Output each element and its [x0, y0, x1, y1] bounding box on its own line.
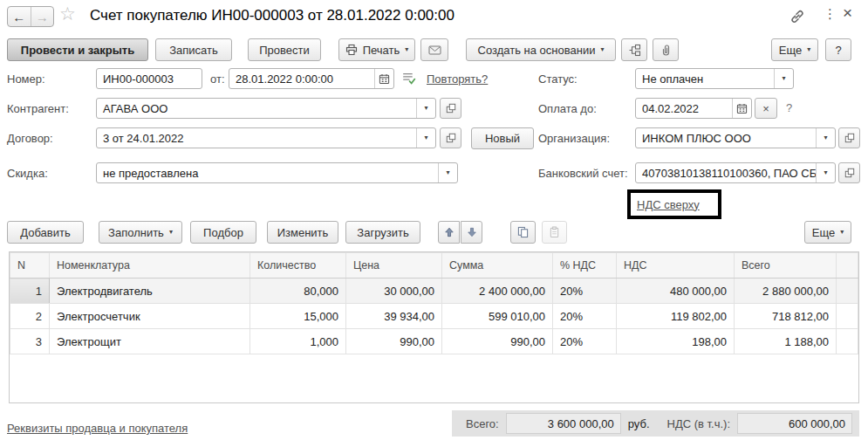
- chevron-down-icon: ▾: [600, 46, 604, 53]
- bank-account-combo[interactable]: 40703810138110100360, ПАО СБ ▾: [635, 162, 836, 183]
- send-email-button[interactable]: [420, 38, 448, 61]
- pay-until-input[interactable]: 04.02.2022: [635, 98, 752, 119]
- total-label: Всего:: [466, 417, 499, 430]
- col-header-n[interactable]: N: [10, 253, 50, 279]
- print-button[interactable]: Печать ▾: [338, 38, 415, 61]
- organization-combo[interactable]: ИНКОМ ПЛЮС ООО ▾: [635, 127, 836, 148]
- chevron-down-icon[interactable]: ▾: [416, 128, 435, 148]
- chevron-down-icon: ▾: [807, 46, 810, 53]
- calendar-icon[interactable]: [374, 69, 393, 88]
- number-label: Номер:: [7, 72, 45, 86]
- post-and-close-button[interactable]: Провести и закрыть: [7, 38, 148, 61]
- close-icon[interactable]: ×: [843, 3, 852, 23]
- status-label: Статус:: [538, 72, 578, 86]
- discount-combo[interactable]: не предоставлена ▾: [96, 162, 458, 183]
- bank-account-open-icon[interactable]: [838, 162, 860, 183]
- counterparty-label: Контрагент:: [7, 102, 69, 115]
- table-row[interactable]: 1 Электродвигатель 80,000 30 000,00 2 40…: [10, 279, 858, 304]
- vat-total-value-field: 600 000,00: [737, 413, 852, 434]
- more-actions-button[interactable]: Еще ▾: [771, 38, 818, 61]
- col-header-vat-percent[interactable]: % НДС: [553, 253, 617, 279]
- chevron-down-icon[interactable]: ▾: [416, 99, 435, 118]
- organization-open-icon[interactable]: [838, 127, 860, 148]
- new-contract-button[interactable]: Новый: [471, 127, 534, 149]
- attachments-button[interactable]: [653, 38, 679, 61]
- help-button[interactable]: ?: [825, 38, 851, 61]
- date-from-label: от:: [210, 72, 225, 86]
- total-value-field: 3 600 000,00: [506, 413, 621, 434]
- col-header-spare: [837, 253, 858, 279]
- currency-label: руб.: [628, 417, 650, 430]
- vat-highlight-box: НДС сверху: [627, 189, 721, 219]
- chevron-down-icon: ▾: [169, 229, 173, 236]
- table-header-row: N Номенклатура Количество Цена Сумма % Н…: [10, 253, 858, 279]
- document-structure-icon: [628, 44, 641, 57]
- window-menu-icon[interactable]: ⋮: [824, 6, 837, 22]
- counterparty-open-icon[interactable]: [440, 98, 461, 119]
- col-header-vat[interactable]: НДС: [617, 253, 735, 279]
- contract-label: Договор:: [7, 132, 53, 145]
- page-title: Счет покупателю ИН00-000003 от 28.01.202…: [90, 7, 455, 24]
- document-date-input[interactable]: 28.01.2022 0:00:00: [229, 68, 394, 89]
- table-more-button[interactable]: Еще ▾: [804, 221, 851, 244]
- move-row-up-button[interactable]: [438, 221, 460, 244]
- pick-button[interactable]: Подбор: [190, 221, 256, 244]
- organization-label: Организация:: [538, 132, 610, 145]
- fill-button[interactable]: Заполнить ▾: [99, 221, 182, 244]
- items-table: N Номенклатура Количество Цена Сумма % Н…: [9, 251, 859, 403]
- post-button[interactable]: Провести: [248, 38, 321, 61]
- seller-buyer-details-link[interactable]: Реквизиты продавца и покупателя: [7, 422, 188, 435]
- repeat-link[interactable]: Повторять?: [427, 72, 488, 86]
- save-button[interactable]: Записать: [155, 38, 232, 61]
- table-row[interactable]: 3 Электрощит 1,000 990,00 990,00 20% 198…: [10, 329, 858, 354]
- pay-until-label: Оплата до:: [538, 102, 597, 115]
- envelope-icon: [428, 45, 441, 56]
- arrow-up-icon: [444, 227, 455, 237]
- paste-rows-button[interactable]: [542, 221, 567, 244]
- status-combo[interactable]: Не оплачен ▾: [635, 68, 794, 89]
- discount-label: Скидка:: [7, 167, 48, 180]
- chevron-down-icon[interactable]: ▾: [816, 163, 835, 182]
- add-row-button[interactable]: Добавить: [7, 221, 84, 244]
- back-arrow-icon: ←: [12, 10, 25, 24]
- chevron-down-icon: ▾: [405, 46, 408, 53]
- paste-clipboard-icon: [549, 226, 560, 238]
- col-header-nomenclature[interactable]: Номенклатура: [50, 253, 250, 279]
- create-based-on-button[interactable]: Создать на основании ▾: [466, 38, 616, 61]
- number-input[interactable]: ИН00-000003: [96, 68, 202, 89]
- pay-until-hint[interactable]: ?: [786, 101, 792, 114]
- forward-arrow-icon: →: [36, 10, 49, 24]
- totals-bar: Всего: 3 600 000,00 руб. НДС (в т.ч.): 6…: [452, 410, 859, 437]
- chevron-down-icon: ▾: [840, 229, 844, 236]
- copy-rows-button[interactable]: [510, 221, 536, 244]
- clear-date-icon[interactable]: ×: [755, 98, 777, 119]
- contract-combo[interactable]: 3 от 24.01.2022 ▾: [96, 127, 436, 148]
- contract-open-icon[interactable]: [440, 127, 461, 148]
- nav-history-group: ← →: [7, 6, 54, 27]
- vat-total-label: НДС (в т.ч.):: [667, 417, 731, 430]
- chevron-down-icon[interactable]: ▾: [774, 69, 793, 88]
- related-documents-button[interactable]: [621, 38, 647, 61]
- bank-account-label: Банковский счет:: [538, 167, 628, 180]
- favorite-star-icon[interactable]: ☆: [59, 3, 76, 24]
- col-header-price[interactable]: Цена: [346, 253, 442, 279]
- chevron-down-icon[interactable]: ▾: [438, 163, 457, 182]
- col-header-sum[interactable]: Сумма: [442, 253, 553, 279]
- recurring-list-icon[interactable]: [401, 71, 416, 86]
- get-link-icon[interactable]: [789, 9, 805, 24]
- chevron-down-icon[interactable]: ▾: [816, 128, 835, 148]
- printer-icon: [345, 44, 358, 56]
- paperclip-icon: [660, 44, 672, 56]
- vat-mode-link[interactable]: НДС сверху: [637, 198, 700, 211]
- calendar-icon[interactable]: [732, 99, 751, 118]
- load-button[interactable]: Загрузить: [345, 221, 420, 244]
- col-header-total[interactable]: Всего: [735, 253, 837, 279]
- table-row[interactable]: 2 Электросчетчик 15,000 39 934,00 599 01…: [10, 304, 858, 329]
- copy-icon: [517, 226, 529, 238]
- move-row-down-button[interactable]: [461, 221, 482, 244]
- forward-button[interactable]: →: [31, 7, 54, 26]
- counterparty-combo[interactable]: АГАВА ООО ▾: [96, 98, 436, 119]
- back-button[interactable]: ←: [8, 7, 31, 26]
- col-header-quantity[interactable]: Количество: [250, 253, 346, 279]
- edit-button[interactable]: Изменить: [267, 221, 338, 244]
